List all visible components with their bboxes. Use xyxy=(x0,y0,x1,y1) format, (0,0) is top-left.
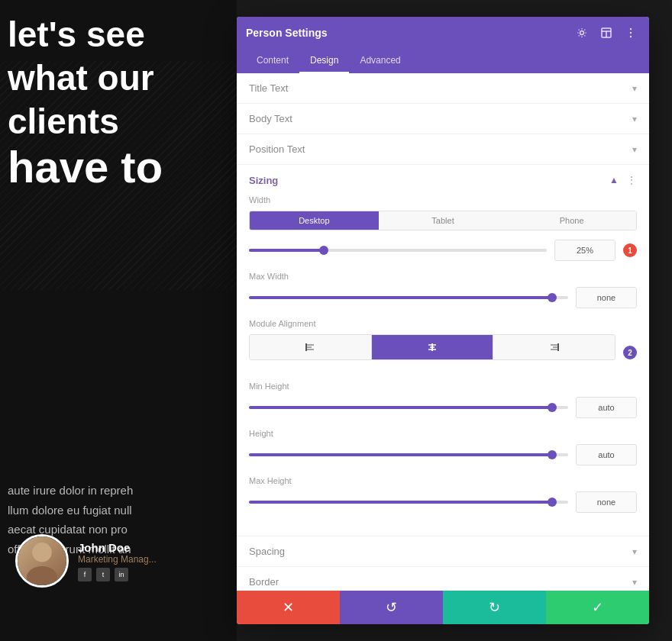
bg-person-info: John Doe Marketing Manag... f t in xyxy=(78,541,157,581)
bg-social-tw: t xyxy=(96,568,110,581)
chevron-sizing-icon: ▲ xyxy=(609,175,619,185)
cancel-button[interactable]: ✕ xyxy=(237,591,340,624)
width-slider-thumb[interactable] xyxy=(319,246,328,255)
accordion-title-text[interactable]: Title Text ▾ xyxy=(237,73,649,104)
max-height-value-input[interactable]: none xyxy=(576,491,637,513)
tab-content[interactable]: Content xyxy=(246,49,299,73)
bg-pattern xyxy=(0,61,237,290)
sizing-content: Width Desktop Tablet Phone 25% 1 xyxy=(237,195,649,536)
width-value-input[interactable]: 25% xyxy=(554,240,615,261)
tab-design[interactable]: Design xyxy=(299,49,349,73)
max-height-slider-track[interactable] xyxy=(249,501,568,504)
max-width-slider-track[interactable] xyxy=(249,296,568,299)
cancel-icon: ✕ xyxy=(283,599,294,616)
accordion-border[interactable]: Border ▾ xyxy=(237,567,649,591)
width-slider-track[interactable] xyxy=(249,249,547,252)
width-slider-fill xyxy=(249,249,324,252)
accordion-spacing[interactable]: Spacing ▾ xyxy=(237,536,649,567)
align-left-btn[interactable] xyxy=(250,335,372,359)
bg-body-line-1: aute irure dolor in repreh xyxy=(8,481,229,501)
more-sizing-icon[interactable]: ⋮ xyxy=(626,174,637,186)
svg-point-2 xyxy=(580,31,584,35)
min-height-slider-row: auto xyxy=(249,397,637,418)
alignment-badge: 2 xyxy=(623,346,637,359)
device-tab-tablet[interactable]: Tablet xyxy=(379,211,508,230)
accordion-body-text[interactable]: Body Text ▾ xyxy=(237,104,649,134)
height-slider-row: auto xyxy=(249,444,637,465)
max-width-value-input[interactable]: none xyxy=(576,287,637,308)
max-width-slider-fill xyxy=(249,296,552,299)
width-slider-row: 25% 1 xyxy=(249,240,637,261)
bg-person-role: Marketing Manag... xyxy=(78,554,157,565)
alignment-row xyxy=(249,334,615,360)
chevron-title-icon: ▾ xyxy=(632,83,637,94)
panel-tabs: Content Design Advanced xyxy=(237,49,649,73)
bg-social-li: in xyxy=(115,568,128,581)
person-settings-panel: Person Settings xyxy=(237,17,649,624)
redo-button[interactable]: ↻ xyxy=(443,591,546,624)
chevron-position-icon: ▾ xyxy=(632,144,637,155)
sizing-section: Sizing ▲ ⋮ Width Desktop Tablet Phone xyxy=(237,165,649,536)
max-height-label: Max Height xyxy=(249,476,637,485)
reset-icon: ↺ xyxy=(386,599,397,616)
height-slider-track[interactable] xyxy=(249,453,568,456)
height-value-input[interactable]: auto xyxy=(576,444,637,465)
min-height-slider-fill xyxy=(249,406,552,409)
max-height-slider-fill xyxy=(249,501,552,504)
accordion-label-border: Border xyxy=(249,576,279,588)
bg-person-name: John Doe xyxy=(78,541,157,554)
bg-social-icons: f t in xyxy=(78,568,157,581)
save-button[interactable]: ✓ xyxy=(546,591,649,624)
svg-point-8 xyxy=(630,36,632,37)
panel-header-icons xyxy=(573,24,640,42)
height-slider-fill xyxy=(249,453,552,456)
min-height-slider-track[interactable] xyxy=(249,406,568,409)
accordion-label-title: Title Text xyxy=(249,82,288,94)
more-options-icon[interactable] xyxy=(622,24,640,42)
svg-point-1 xyxy=(27,566,57,585)
sizing-header[interactable]: Sizing ▲ ⋮ xyxy=(237,165,649,195)
height-slider-thumb[interactable] xyxy=(548,450,557,459)
accordion-label-position: Position Text xyxy=(249,143,305,155)
panel-body: Title Text ▾ Body Text ▾ Position Text ▾… xyxy=(237,73,649,591)
min-height-value-input[interactable]: auto xyxy=(576,397,637,418)
chevron-border-icon: ▾ xyxy=(632,577,637,588)
chevron-spacing-icon: ▾ xyxy=(632,546,637,557)
align-center-btn[interactable] xyxy=(372,335,494,359)
bg-person-card: John Doe Marketing Manag... f t in xyxy=(15,534,157,588)
tab-advanced[interactable]: Advanced xyxy=(349,49,411,73)
settings-icon[interactable] xyxy=(573,24,591,42)
min-height-label: Min Height xyxy=(249,382,637,391)
layout-icon[interactable] xyxy=(597,24,615,42)
svg-point-7 xyxy=(630,32,632,34)
background-page: let's see what our clients have to aute … xyxy=(0,0,237,641)
device-tabs: Desktop Tablet Phone xyxy=(249,211,637,230)
device-tab-desktop[interactable]: Desktop xyxy=(250,211,379,230)
device-tab-phone[interactable]: Phone xyxy=(507,211,636,230)
max-width-slider-row: none xyxy=(249,287,637,308)
accordion-position-text[interactable]: Position Text ▾ xyxy=(237,134,649,165)
height-label: Height xyxy=(249,429,637,438)
panel-header: Person Settings xyxy=(237,17,649,49)
panel-title: Person Settings xyxy=(246,27,328,39)
bg-body-line-2: llum dolore eu fugiat null xyxy=(8,501,229,520)
align-right-btn[interactable] xyxy=(493,335,615,359)
bg-avatar xyxy=(15,534,69,588)
module-alignment-label: Module Alignment xyxy=(249,319,637,328)
svg-point-6 xyxy=(630,28,632,30)
redo-icon: ↻ xyxy=(489,599,500,616)
max-height-slider-thumb[interactable] xyxy=(548,498,557,507)
bg-avatar-image xyxy=(18,536,66,585)
accordion-label-body: Body Text xyxy=(249,113,292,124)
min-height-slider-thumb[interactable] xyxy=(548,403,557,412)
max-height-slider-row: none xyxy=(249,491,637,513)
max-width-slider-thumb[interactable] xyxy=(548,293,557,302)
sizing-title: Sizing xyxy=(249,175,278,186)
panel-footer: ✕ ↺ ↻ ✓ xyxy=(237,591,649,624)
chevron-body-icon: ▾ xyxy=(632,114,637,124)
svg-point-0 xyxy=(32,543,52,562)
bg-social-fb: f xyxy=(78,568,92,581)
save-icon: ✓ xyxy=(592,599,603,616)
width-label: Width xyxy=(249,195,637,205)
reset-button[interactable]: ↺ xyxy=(340,591,443,624)
